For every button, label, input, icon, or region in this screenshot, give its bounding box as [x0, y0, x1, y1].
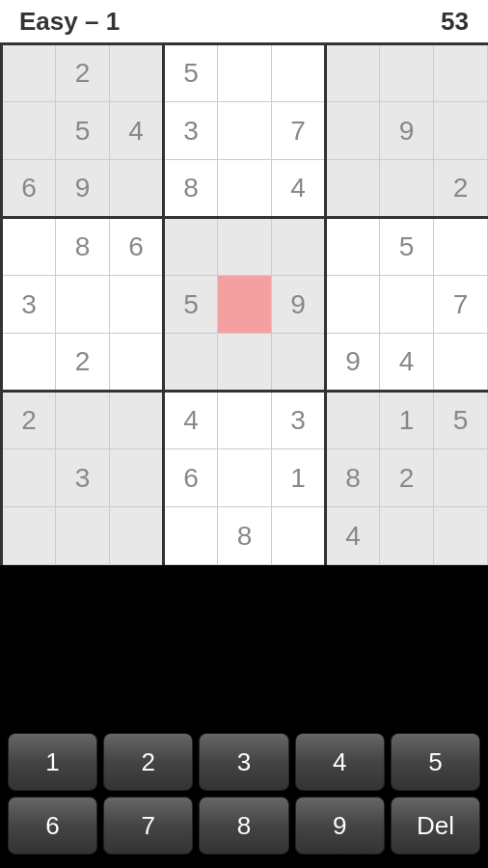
- cell-5-1[interactable]: 2: [56, 334, 110, 392]
- cell-1-7[interactable]: 9: [380, 102, 434, 160]
- cell-0-6[interactable]: [326, 44, 380, 102]
- cell-1-4[interactable]: [218, 102, 272, 160]
- cell-7-8[interactable]: [434, 449, 488, 507]
- cell-5-0[interactable]: [2, 334, 56, 392]
- puzzle-title: Easy – 1: [19, 7, 120, 37]
- cell-1-2[interactable]: 4: [110, 102, 164, 160]
- numpad: 12345 6789Del: [0, 725, 488, 868]
- cell-6-7[interactable]: 1: [380, 392, 434, 449]
- cell-3-3[interactable]: [164, 218, 218, 276]
- cell-1-3[interactable]: 3: [164, 102, 218, 160]
- score-display: 53: [441, 7, 469, 37]
- cell-5-3[interactable]: [164, 334, 218, 392]
- cell-0-1[interactable]: 2: [56, 44, 110, 102]
- cell-2-5[interactable]: 4: [272, 160, 326, 218]
- cell-3-2[interactable]: 6: [110, 218, 164, 276]
- num-btn-5[interactable]: 5: [391, 733, 480, 791]
- num-btn-7[interactable]: 7: [103, 797, 193, 854]
- num-btn-6[interactable]: 6: [8, 797, 97, 854]
- cell-1-8[interactable]: [434, 102, 488, 160]
- num-btn-2[interactable]: 2: [103, 733, 193, 791]
- num-btn-8[interactable]: 8: [199, 797, 288, 854]
- cell-4-3[interactable]: 5: [164, 276, 218, 334]
- cell-2-4[interactable]: [218, 160, 272, 218]
- cell-4-2[interactable]: [110, 276, 164, 334]
- cell-6-8[interactable]: 5: [434, 392, 488, 449]
- cell-8-8[interactable]: [434, 507, 488, 565]
- num-btn-3[interactable]: 3: [199, 733, 288, 791]
- cell-1-1[interactable]: 5: [56, 102, 110, 160]
- cell-3-7[interactable]: 5: [380, 218, 434, 276]
- cell-8-0[interactable]: [2, 507, 56, 565]
- cell-7-6[interactable]: 8: [326, 449, 380, 507]
- cell-4-5[interactable]: 9: [272, 276, 326, 334]
- cell-6-4[interactable]: [218, 392, 272, 449]
- cell-4-1[interactable]: [56, 276, 110, 334]
- cell-3-1[interactable]: 8: [56, 218, 110, 276]
- cell-6-6[interactable]: [326, 392, 380, 449]
- cell-7-0[interactable]: [2, 449, 56, 507]
- cell-1-6[interactable]: [326, 102, 380, 160]
- cell-8-1[interactable]: [56, 507, 110, 565]
- cell-4-0[interactable]: 3: [2, 276, 56, 334]
- cell-3-8[interactable]: [434, 218, 488, 276]
- cell-1-0[interactable]: [2, 102, 56, 160]
- cell-3-4[interactable]: [218, 218, 272, 276]
- num-btn-del[interactable]: Del: [391, 797, 480, 854]
- cell-0-7[interactable]: [380, 44, 434, 102]
- cell-5-6[interactable]: 9: [326, 334, 380, 392]
- num-btn-9[interactable]: 9: [295, 797, 385, 854]
- spacer: [0, 565, 488, 725]
- cell-7-2[interactable]: [110, 449, 164, 507]
- grid-container: 2554379698428653597294243153618284: [0, 42, 488, 565]
- numpad-row-2: 6789Del: [8, 797, 480, 854]
- cell-7-4[interactable]: [218, 449, 272, 507]
- cell-6-2[interactable]: [110, 392, 164, 449]
- cell-4-8[interactable]: 7: [434, 276, 488, 334]
- cell-2-0[interactable]: 6: [2, 160, 56, 218]
- cell-5-8[interactable]: [434, 334, 488, 392]
- cell-0-3[interactable]: 5: [164, 44, 218, 102]
- cell-1-5[interactable]: 7: [272, 102, 326, 160]
- cell-2-7[interactable]: [380, 160, 434, 218]
- cell-3-5[interactable]: [272, 218, 326, 276]
- cell-7-5[interactable]: 1: [272, 449, 326, 507]
- cell-2-3[interactable]: 8: [164, 160, 218, 218]
- num-btn-4[interactable]: 4: [295, 733, 385, 791]
- cell-8-3[interactable]: [164, 507, 218, 565]
- cell-7-7[interactable]: 2: [380, 449, 434, 507]
- cell-4-4[interactable]: [218, 276, 272, 334]
- cell-0-0[interactable]: [2, 44, 56, 102]
- cell-5-5[interactable]: [272, 334, 326, 392]
- cell-2-8[interactable]: 2: [434, 160, 488, 218]
- cell-8-4[interactable]: 8: [218, 507, 272, 565]
- cell-8-7[interactable]: [380, 507, 434, 565]
- cell-5-2[interactable]: [110, 334, 164, 392]
- cell-6-3[interactable]: 4: [164, 392, 218, 449]
- cell-2-1[interactable]: 9: [56, 160, 110, 218]
- sudoku-grid: 2554379698428653597294243153618284: [0, 42, 488, 565]
- cell-0-4[interactable]: [218, 44, 272, 102]
- cell-0-2[interactable]: [110, 44, 164, 102]
- cell-6-1[interactable]: [56, 392, 110, 449]
- cell-0-5[interactable]: [272, 44, 326, 102]
- cell-8-5[interactable]: [272, 507, 326, 565]
- numpad-row-1: 12345: [8, 733, 480, 791]
- cell-4-7[interactable]: [380, 276, 434, 334]
- cell-8-6[interactable]: 4: [326, 507, 380, 565]
- cell-7-3[interactable]: 6: [164, 449, 218, 507]
- cell-3-0[interactable]: [2, 218, 56, 276]
- cell-4-6[interactable]: [326, 276, 380, 334]
- cell-8-2[interactable]: [110, 507, 164, 565]
- cell-5-7[interactable]: 4: [380, 334, 434, 392]
- cell-7-1[interactable]: 3: [56, 449, 110, 507]
- num-btn-1[interactable]: 1: [8, 733, 97, 791]
- cell-3-6[interactable]: [326, 218, 380, 276]
- cell-5-4[interactable]: [218, 334, 272, 392]
- cell-6-5[interactable]: 3: [272, 392, 326, 449]
- cell-2-6[interactable]: [326, 160, 380, 218]
- cell-6-0[interactable]: 2: [2, 392, 56, 449]
- cell-2-2[interactable]: [110, 160, 164, 218]
- cell-0-8[interactable]: [434, 44, 488, 102]
- header: Easy – 1 53: [0, 0, 488, 42]
